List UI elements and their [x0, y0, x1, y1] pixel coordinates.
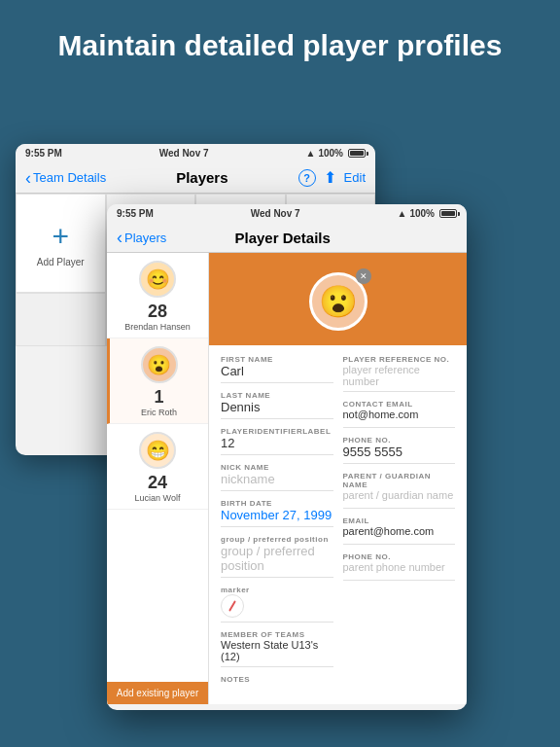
detail-avatar-wrap: 😮 ✕ [309, 272, 368, 331]
last-name-value[interactable]: Dennis [221, 400, 333, 419]
name-brendan: Brendan Hansen [124, 322, 191, 332]
sidebar-item-lucian[interactable]: 😁 24 Lucian Wolf [107, 424, 208, 510]
status-icons: ▲ 100% [306, 148, 366, 159]
status-time-front: 9:55 PM [117, 208, 154, 219]
field-first-name: FIRST NAME Carl [221, 355, 333, 383]
nav-title-players: Players [176, 169, 228, 186]
number-lucian: 24 [148, 473, 167, 493]
marker-icon[interactable] [221, 594, 244, 618]
status-bar-back: 9:55 PM Wed Nov 7 ▲ 100% [16, 144, 375, 162]
birth-date-value[interactable]: November 27, 1999 [221, 508, 333, 527]
status-time: 9:55 PM [25, 148, 62, 159]
battery-label: 100% [318, 148, 343, 159]
field-notes: NOTES [221, 675, 333, 704]
add-plus-icon: + [52, 222, 69, 251]
detail-fields: FIRST NAME Carl LAST NAME Dennis PlayerI… [209, 345, 467, 704]
detail-panel: 😮 ✕ FIRST NAME Carl LAST NAME Dennis [209, 253, 467, 704]
player-cell-empty1 [16, 293, 106, 346]
player-details-screen: 9:55 PM Wed Nov 7 ▲ 100% Players Player … [107, 204, 467, 710]
nav-actions: ? ⬆ Edit [298, 168, 366, 187]
ref-no-value[interactable]: player reference number [343, 364, 456, 392]
battery-icon-front [439, 209, 457, 218]
name-eric: Eric Roth [141, 408, 177, 417]
field-marker: marker [221, 586, 333, 622]
name-lucian: Lucian Wolf [135, 493, 181, 503]
marker-line [228, 600, 236, 611]
avatar-brendan: 😊 [139, 261, 176, 298]
phone-value[interactable]: 9555 5555 [343, 445, 456, 464]
number-brendan: 28 [148, 302, 167, 322]
field-birth-date: BIRTH DATE November 27, 1999 [221, 499, 333, 527]
parent-email-value[interactable]: parent@home.com [343, 525, 456, 545]
guardian-name-value[interactable]: parent / guardian name [343, 489, 456, 509]
fields-left: FIRST NAME Carl LAST NAME Dennis PlayerI… [221, 355, 333, 704]
number-eric: 1 [154, 387, 163, 408]
add-player-cell[interactable]: + Add Player [16, 194, 106, 293]
wifi-icon-front: ▲ [398, 208, 407, 219]
field-parent-email: EMAIL parent@home.com [343, 516, 456, 545]
field-position: group / preferred position group / prefe… [221, 535, 333, 578]
add-player-label: Add Player [37, 257, 85, 267]
field-contact-email: CONTACT EMAIL not@home.com [343, 400, 456, 428]
player-id-value[interactable]: 12 [221, 436, 333, 455]
position-value[interactable]: group / preferred position [221, 544, 333, 578]
back-button-team[interactable]: Team Details [25, 169, 106, 187]
avatar-eric: 😮 [141, 346, 178, 383]
page-title: Maintain detailed player profiles [0, 0, 560, 84]
nick-name-value[interactable]: nickname [221, 472, 333, 491]
notes-value[interactable] [221, 684, 333, 704]
field-phone: PHONE NO. 9555 5555 [343, 436, 456, 464]
sidebar-item-brendan[interactable]: 😊 28 Brendan Hansen [107, 253, 208, 338]
field-nick-name: NICK NAME nickname [221, 463, 333, 491]
wifi-icon: ▲ [306, 148, 316, 159]
back-label: Team Details [33, 170, 106, 185]
detail-header: 😮 ✕ [209, 253, 467, 345]
share-icon[interactable]: ⬆ [324, 168, 336, 187]
teams-value[interactable]: Western State U13's (12) [221, 639, 333, 667]
detail-content: 😊 28 Brendan Hansen 😮 1 Eric Roth 😁 24 L… [107, 253, 467, 704]
field-ref-no: PLAYER REFERENCE NO. player reference nu… [343, 355, 456, 392]
status-date-front: Wed Nov 7 [251, 208, 300, 219]
nav-bar-back: Team Details Players ? ⬆ Edit [16, 162, 375, 194]
field-teams: MEMBER OF TEAMS Western State U13's (12) [221, 630, 333, 667]
add-existing-button[interactable]: Add existing player [107, 682, 208, 704]
field-player-id: PlayerIdentifierLabel 12 [221, 427, 333, 455]
parent-phone-value[interactable]: parent phone number [343, 561, 456, 581]
status-bar-front: 9:55 PM Wed Nov 7 ▲ 100% [107, 204, 467, 223]
close-badge[interactable]: ✕ [356, 268, 371, 284]
battery-label-front: 100% [409, 208, 435, 219]
sidebar: 😊 28 Brendan Hansen 😮 1 Eric Roth 😁 24 L… [107, 253, 209, 704]
nav-bar-front: Players Player Details [107, 223, 467, 253]
back-label-players: Players [124, 231, 166, 245]
page-header: Maintain detailed player profiles [0, 0, 560, 84]
back-button-players[interactable]: Players [117, 229, 166, 246]
sidebar-item-eric[interactable]: 😮 1 Eric Roth [107, 338, 208, 424]
fields-right: PLAYER REFERENCE NO. player reference nu… [343, 355, 456, 704]
field-parent-phone: PHONE NO. parent phone number [343, 552, 456, 581]
battery-icon [348, 149, 366, 158]
first-name-value[interactable]: Carl [221, 364, 333, 383]
contact-email-value[interactable]: not@home.com [343, 409, 456, 428]
field-last-name: LAST NAME Dennis [221, 391, 333, 419]
edit-button[interactable]: Edit [344, 170, 366, 185]
avatar-lucian: 😁 [139, 432, 176, 469]
status-date: Wed Nov 7 [159, 148, 209, 159]
field-guardian-name: PARENT / GUARDIAN NAME parent / guardian… [343, 472, 456, 509]
status-icons-front: ▲ 100% [398, 208, 457, 219]
help-icon[interactable]: ? [298, 169, 316, 187]
nav-title-detail: Player Details [234, 230, 330, 246]
